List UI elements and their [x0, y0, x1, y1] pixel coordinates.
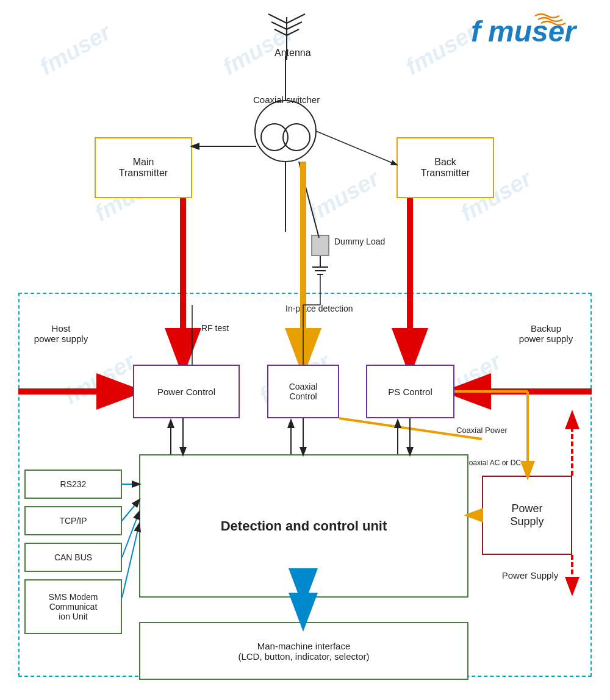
power-supply-box: Power Supply	[482, 476, 572, 555]
watermark-3: fmuser	[401, 19, 481, 80]
svg-line-6	[287, 22, 302, 29]
svg-point-13	[283, 124, 310, 151]
svg-point-12	[261, 124, 288, 151]
can-bus-box: CAN BUS	[24, 543, 122, 572]
coaxial-control-box: Coaxial Control	[267, 365, 339, 418]
svg-text:muser: muser	[488, 15, 577, 48]
svg-text:f: f	[471, 15, 483, 48]
svg-line-5	[271, 22, 287, 29]
tcp-ip-box: TCP/IP	[24, 506, 122, 535]
ps-control-box: PS Control	[366, 365, 454, 418]
watermark-1: fmuser	[35, 19, 115, 80]
man-machine-box: Man-machine interface (LCD, button, indi…	[139, 622, 468, 680]
rs232-box: RS232	[24, 470, 122, 499]
coaxial-switcher-label: Coaxial switcher	[253, 95, 320, 105]
back-transmitter-box: Back Transmitter	[396, 137, 494, 198]
dummy-load-label: Dummy Load	[334, 237, 385, 246]
antenna-label: Antenna	[274, 48, 311, 59]
system-diagram: fmuser fmuser fmuser fmuser fmuser fmuse…	[0, 0, 610, 700]
svg-line-3	[268, 14, 287, 23]
sms-modem-box: SMS Modem Communicat ion Unit	[24, 579, 122, 634]
svg-line-4	[287, 14, 305, 23]
svg-line-20	[299, 162, 319, 238]
dummy-load-box	[311, 235, 329, 256]
svg-line-8	[287, 29, 299, 35]
main-transmitter-box: Main Transmitter	[95, 137, 192, 198]
svg-line-7	[274, 29, 287, 35]
power-control-box: Power Control	[133, 365, 240, 418]
watermark-5: fmuser	[304, 165, 384, 227]
svg-line-14	[316, 131, 396, 165]
svg-point-11	[255, 101, 316, 162]
detection-control-box: Detection and control unit	[139, 454, 468, 598]
logo: f muser	[471, 11, 593, 48]
